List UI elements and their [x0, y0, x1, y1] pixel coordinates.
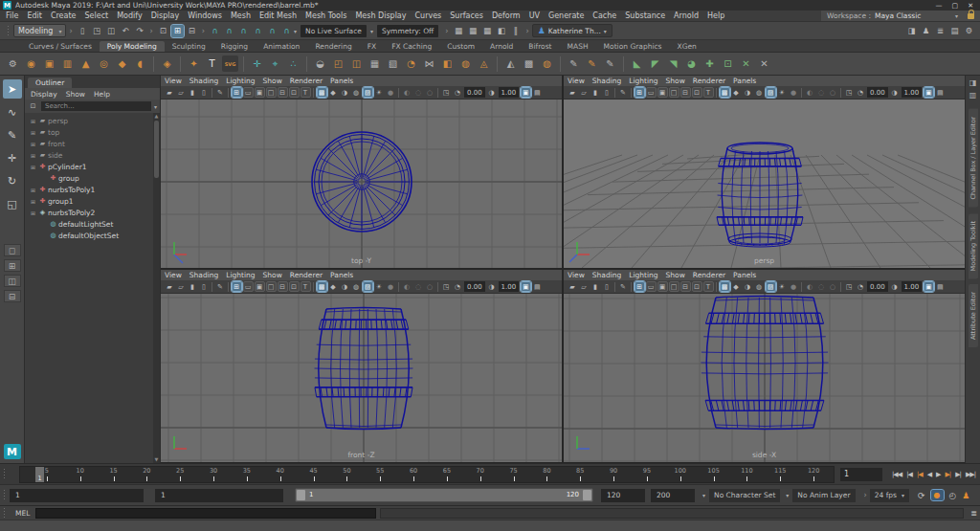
drag-handle[interactable]: [3, 468, 7, 480]
expand-toggle-icon[interactable]: ⊞: [29, 118, 37, 124]
play-forwards-button[interactable]: ▶: [934, 470, 942, 479]
outliner-item-side[interactable]: ⊞▰side: [25, 149, 160, 161]
snap-projected-center-icon[interactable]: ∩: [252, 25, 264, 37]
cv-curve-icon[interactable]: ✎: [566, 55, 582, 72]
ambient-occlusion-icon[interactable]: ◐: [402, 281, 412, 292]
gamma-icon[interactable]: ◑: [486, 281, 497, 292]
playback-start-field[interactable]: 1: [155, 489, 283, 502]
poly-plane-icon[interactable]: ◆: [114, 55, 130, 72]
viewport-menu-show[interactable]: Show: [263, 77, 282, 85]
menu-windows[interactable]: Windows: [188, 11, 222, 20]
exposure-icon[interactable]: ◔: [453, 281, 463, 292]
expand-toggle-icon[interactable]: ⊞: [29, 187, 37, 193]
outliner-menu-display[interactable]: Display: [31, 90, 57, 99]
expand-toggle-icon[interactable]: ⊞: [29, 129, 37, 136]
wedge-icon[interactable]: ◔: [403, 55, 419, 72]
shadows-icon[interactable]: ●: [386, 87, 396, 98]
viewport-menu-shading[interactable]: Shading: [189, 271, 218, 279]
select-camera-icon[interactable]: ▰: [165, 281, 175, 292]
viewport-menu-view[interactable]: View: [165, 77, 182, 85]
menu-deform[interactable]: Deform: [492, 11, 521, 20]
rotate-tool[interactable]: ↻: [3, 171, 22, 190]
show-attribute-editor-icon[interactable]: ◨: [905, 25, 918, 37]
mode-selector[interactable]: Modeling▾: [13, 24, 66, 37]
viewport-menu-show[interactable]: Show: [666, 271, 685, 279]
platonic-solid-icon[interactable]: ◈: [159, 55, 175, 72]
outliner-item-group[interactable]: ✚group: [25, 172, 160, 184]
gamma-field[interactable]: 1.00: [902, 281, 923, 292]
split-view-icon[interactable]: ⊟: [680, 281, 691, 292]
viewport-menu-panels[interactable]: Panels: [330, 271, 353, 279]
chevron-down-icon[interactable]: ▾: [955, 12, 958, 19]
wireframe-mode-icon[interactable]: ▩: [720, 281, 730, 292]
layout-single-pane[interactable]: ◻: [4, 244, 21, 256]
duplicate-face-icon[interactable]: ◧: [439, 55, 456, 72]
wireframe-on-shaded-icon[interactable]: ▨: [766, 87, 776, 98]
shadows-icon[interactable]: ●: [789, 87, 799, 98]
viewport-menu-lighting[interactable]: Lighting: [226, 77, 255, 85]
svg-tool-icon[interactable]: SVG: [222, 55, 238, 72]
shaded-display-icon[interactable]: ▣: [657, 87, 668, 98]
sidebar-tab-attribute-editor[interactable]: Attribute Editor: [969, 284, 978, 347]
split-view-icon[interactable]: ⊟: [680, 87, 691, 98]
drag-handle[interactable]: [3, 507, 7, 520]
chevron-down-icon[interactable]: ▾: [370, 28, 373, 34]
viewport-menu-view[interactable]: View: [165, 271, 182, 279]
auto-keyframe-icon[interactable]: ●: [931, 490, 944, 500]
redo-icon[interactable]: ↷: [134, 25, 146, 37]
lock-camera-icon[interactable]: ▱: [176, 281, 187, 292]
shaded-display-icon[interactable]: ▣: [657, 281, 668, 292]
view-transform-icon[interactable]: ▣: [521, 281, 531, 292]
outliner-item-pCylinder1[interactable]: ⊞✚pCylinder1: [25, 161, 160, 172]
isolate-select-icon[interactable]: ◳: [844, 281, 855, 292]
textured-display-icon[interactable]: □: [266, 281, 277, 292]
view-transform-icon[interactable]: ▣: [521, 87, 531, 98]
bookmarks-icon[interactable]: ▯: [199, 281, 210, 292]
shaded-mode-icon[interactable]: ◆: [731, 281, 742, 292]
poly-sphere-icon[interactable]: ◉: [23, 55, 39, 72]
chevron-down-icon[interactable]: ▾: [154, 103, 157, 110]
range-end-handle[interactable]: [583, 490, 591, 500]
shelf-tab-rendering[interactable]: Rendering: [307, 41, 359, 52]
gamma-icon[interactable]: ◑: [486, 87, 497, 98]
viewport-menu-shading[interactable]: Shading: [189, 77, 218, 85]
command-line-mode-button[interactable]: MEL: [10, 509, 35, 518]
scroll-up-icon[interactable]: ▲: [155, 113, 159, 120]
shelf-tab-fx[interactable]: FX: [360, 41, 384, 52]
wireframe-on-shaded-icon[interactable]: ▨: [363, 87, 373, 98]
single-view-layout-icon[interactable]: ▭: [243, 87, 254, 98]
textured-display-icon[interactable]: □: [669, 281, 679, 292]
gamma-field[interactable]: 1.00: [499, 87, 520, 98]
isolate-select-icon[interactable]: ◳: [441, 87, 452, 98]
select-component-icon[interactable]: ⊟: [186, 25, 198, 37]
go-to-start-button[interactable]: |◀◀: [890, 470, 903, 479]
viewport-menu-renderer[interactable]: Renderer: [290, 77, 323, 85]
snap-curve-icon[interactable]: ∩: [223, 25, 235, 37]
menu-generate[interactable]: Generate: [548, 11, 584, 20]
menu-edit-mesh[interactable]: Edit Mesh: [259, 11, 297, 20]
menu-curves[interactable]: Curves: [414, 11, 441, 20]
show-modeling-toolkit-icon[interactable]: ⚙: [963, 25, 975, 37]
bookmarks-icon[interactable]: ▯: [602, 281, 612, 292]
sculpt-tool-icon[interactable]: ◭: [502, 55, 519, 72]
isolate-select-icon[interactable]: ◳: [844, 87, 855, 98]
target-weld-icon[interactable]: ⊡: [720, 55, 736, 72]
outliner-item-top[interactable]: ⊞▰top: [25, 126, 160, 138]
viewport-menu-panels[interactable]: Panels: [330, 77, 353, 85]
remesh-icon[interactable]: ◍: [457, 55, 474, 72]
lock-camera-icon[interactable]: ▱: [176, 87, 187, 98]
motion-blur-icon[interactable]: ◌: [816, 87, 827, 98]
exposure-icon[interactable]: ◔: [856, 281, 866, 292]
lock-camera-icon[interactable]: ▱: [579, 281, 590, 292]
character-controls-icon[interactable]: ♟: [962, 491, 969, 500]
expand-toggle-icon[interactable]: ⊞: [29, 141, 37, 147]
shadows-icon[interactable]: ●: [386, 281, 396, 292]
maximize-button[interactable]: ▢: [952, 2, 959, 10]
use-all-lights-icon[interactable]: ☀: [374, 87, 385, 98]
viewport-canvas-persp[interactable]: persp: [564, 100, 965, 268]
ambient-occlusion-icon[interactable]: ◐: [805, 87, 815, 98]
exposure-field[interactable]: 0.00: [464, 87, 485, 98]
script-editor-icon[interactable]: ≣: [970, 509, 977, 518]
snapshot-icon[interactable]: ▤: [935, 281, 946, 292]
shelf-tab-rigging[interactable]: Rigging: [213, 41, 256, 52]
